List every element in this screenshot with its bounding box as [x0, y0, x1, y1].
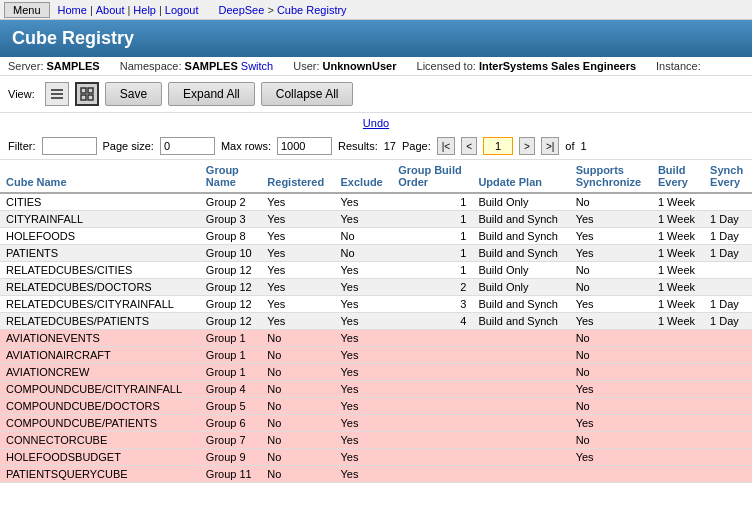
cell-14-7 [652, 432, 704, 449]
cell-4-5: Build Only [472, 262, 569, 279]
user-value: UnknownUser [323, 60, 397, 72]
table-row[interactable]: COMPOUNDCUBE/PATIENTSGroup 6NoYesYes [0, 415, 752, 432]
col-header-build-every: BuildEvery [652, 160, 704, 193]
table-row[interactable]: COMPOUNDCUBE/DOCTORSGroup 5NoYesNo [0, 398, 752, 415]
menu-button[interactable]: Menu [4, 2, 50, 18]
page-next-button[interactable]: > [519, 137, 535, 155]
cell-6-6: Yes [570, 296, 652, 313]
undo-section: Undo [0, 113, 752, 133]
cell-13-2: No [261, 415, 334, 432]
cell-1-2: Yes [261, 211, 334, 228]
cell-5-5: Build Only [472, 279, 569, 296]
table-row[interactable]: CITYRAINFALLGroup 3YesYes1Build and Sync… [0, 211, 752, 228]
view-label: View: [8, 88, 35, 100]
cell-0-0: CITIES [0, 193, 200, 211]
col-header-group-name: GroupName [200, 160, 262, 193]
page-size-label: Page size: [103, 140, 154, 152]
svg-rect-2 [51, 97, 63, 99]
col-header-registered: Registered [261, 160, 334, 193]
cell-4-1: Group 12 [200, 262, 262, 279]
cell-8-1: Group 1 [200, 330, 262, 347]
save-button[interactable]: Save [105, 82, 162, 106]
switch-link[interactable]: Switch [241, 60, 273, 72]
table-row[interactable]: HOLEFOODSGroup 8YesNo1Build and SynchYes… [0, 228, 752, 245]
cell-8-8 [704, 330, 752, 347]
cell-14-0: CONNECTORCUBE [0, 432, 200, 449]
collapse-all-button[interactable]: Collapse All [261, 82, 354, 106]
page-number-input[interactable] [483, 137, 513, 155]
cell-10-4 [392, 364, 472, 381]
table-row[interactable]: COMPOUNDCUBE/CITYRAINFALLGroup 4NoYesYes [0, 381, 752, 398]
cell-5-4: 2 [392, 279, 472, 296]
view-btn-grid[interactable] [75, 82, 99, 106]
cell-1-1: Group 3 [200, 211, 262, 228]
page-prev-button[interactable]: < [461, 137, 477, 155]
col-header-supports-sync: SupportsSynchronize [570, 160, 652, 193]
max-rows-label: Max rows: [221, 140, 271, 152]
nav-help[interactable]: Help [133, 4, 156, 16]
table-row[interactable]: PATIENTSQUERYCUBEGroup 11NoYes [0, 466, 752, 483]
table-row[interactable]: AVIATIONEVENTSGroup 1NoYesNo [0, 330, 752, 347]
table-row[interactable]: AVIATIONCREWGroup 1NoYesNo [0, 364, 752, 381]
table-row[interactable]: RELATEDCUBES/DOCTORSGroup 12YesYes2Build… [0, 279, 752, 296]
cell-3-5: Build and Synch [472, 245, 569, 262]
nav-about[interactable]: About [96, 4, 125, 16]
cell-4-3: Yes [335, 262, 393, 279]
nav-links: Home|About|Help|Logout [58, 4, 199, 16]
col-header-cube-name: Cube Name [0, 160, 200, 193]
cell-0-4: 1 [392, 193, 472, 211]
cell-2-4: 1 [392, 228, 472, 245]
view-btn-list[interactable] [45, 82, 69, 106]
licensed-value: InterSystems Sales Engineers [479, 60, 636, 72]
cell-15-0: HOLEFOODSBUDGET [0, 449, 200, 466]
breadcrumb-deepsee[interactable]: DeepSee [218, 4, 264, 16]
breadcrumb-cube-registry[interactable]: Cube Registry [277, 4, 347, 16]
cell-6-1: Group 12 [200, 296, 262, 313]
undo-link[interactable]: Undo [363, 117, 389, 129]
cell-14-6: No [570, 432, 652, 449]
filter-input[interactable] [42, 137, 97, 155]
cell-3-4: 1 [392, 245, 472, 262]
cell-3-8: 1 Day [704, 245, 752, 262]
svg-rect-3 [81, 88, 86, 93]
table-row[interactable]: HOLEFOODSBUDGETGroup 9NoYesYes [0, 449, 752, 466]
cell-13-0: COMPOUNDCUBE/PATIENTS [0, 415, 200, 432]
cell-3-1: Group 10 [200, 245, 262, 262]
table-row[interactable]: AVIATIONAIRCRAFTGroup 1NoYesNo [0, 347, 752, 364]
table-header-row: Cube Name GroupName Registered Exclude G… [0, 160, 752, 193]
cell-14-1: Group 7 [200, 432, 262, 449]
table-row[interactable]: PATIENTSGroup 10YesNo1Build and SynchYes… [0, 245, 752, 262]
cell-12-1: Group 5 [200, 398, 262, 415]
page-last-button[interactable]: >| [541, 137, 559, 155]
cell-12-3: Yes [335, 398, 393, 415]
cell-3-2: Yes [261, 245, 334, 262]
cell-10-5 [472, 364, 569, 381]
page-size-input[interactable] [160, 137, 215, 155]
cell-2-1: Group 8 [200, 228, 262, 245]
cell-8-7 [652, 330, 704, 347]
nav-home[interactable]: Home [58, 4, 87, 16]
max-rows-input[interactable] [277, 137, 332, 155]
table-row[interactable]: CITIESGroup 2YesYes1Build OnlyNo1 Week [0, 193, 752, 211]
table-row[interactable]: RELATEDCUBES/CITIESGroup 12YesYes1Build … [0, 262, 752, 279]
cell-5-7: 1 Week [652, 279, 704, 296]
cell-0-6: No [570, 193, 652, 211]
table-row[interactable]: CONNECTORCUBEGroup 7NoYesNo [0, 432, 752, 449]
table-row[interactable]: RELATEDCUBES/PATIENTSGroup 12YesYes4Buil… [0, 313, 752, 330]
cell-13-3: Yes [335, 415, 393, 432]
filter-bar: Filter: Page size: Max rows: Results: 17… [0, 133, 752, 160]
cell-2-0: HOLEFOODS [0, 228, 200, 245]
cell-14-2: No [261, 432, 334, 449]
nav-logout[interactable]: Logout [165, 4, 199, 16]
cell-14-4 [392, 432, 472, 449]
cell-7-3: Yes [335, 313, 393, 330]
cell-5-1: Group 12 [200, 279, 262, 296]
expand-all-button[interactable]: Expand All [168, 82, 255, 106]
table-row[interactable]: RELATEDCUBES/CITYRAINFALLGroup 12YesYes3… [0, 296, 752, 313]
cell-5-8 [704, 279, 752, 296]
cell-16-4 [392, 466, 472, 483]
cell-12-0: COMPOUNDCUBE/DOCTORS [0, 398, 200, 415]
page-first-button[interactable]: |< [437, 137, 455, 155]
cell-4-7: 1 Week [652, 262, 704, 279]
top-nav-bar: Menu Home|About|Help|Logout DeepSee > Cu… [0, 0, 752, 20]
